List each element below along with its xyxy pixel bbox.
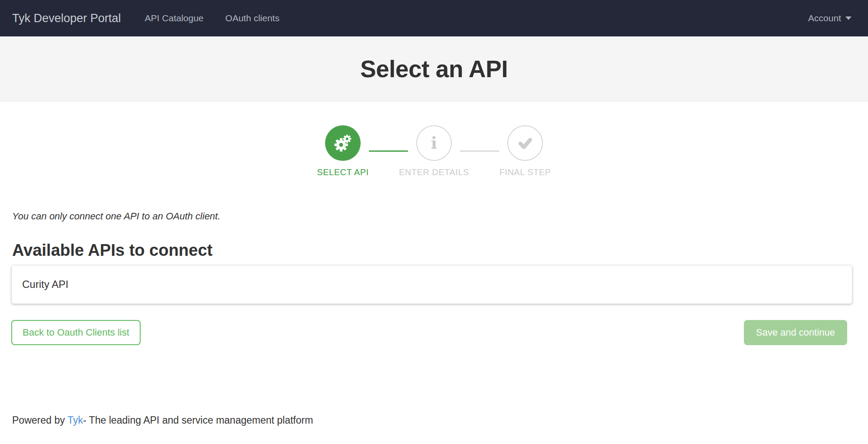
top-navbar: Tyk Developer Portal API Catalogue OAuth… bbox=[0, 0, 868, 36]
footer-prefix: Powered by bbox=[12, 415, 67, 426]
page-title: Select an API bbox=[360, 55, 508, 83]
step-select-api-label: SELECT API bbox=[317, 167, 368, 177]
step-final-step: FINAL STEP bbox=[507, 125, 543, 161]
step-enter-details-indicator: i bbox=[416, 125, 452, 161]
step-enter-details-label: ENTER DETAILS bbox=[399, 167, 469, 177]
step-select-api: SELECT API bbox=[325, 125, 361, 161]
connect-note: You can only connect one API to an OAuth… bbox=[12, 211, 868, 222]
step-enter-details: i ENTER DETAILS bbox=[416, 125, 452, 161]
step-final-step-label: FINAL STEP bbox=[500, 167, 551, 177]
page-header-banner: Select an API bbox=[0, 36, 868, 101]
save-and-continue-button[interactable]: Save and continue bbox=[744, 320, 847, 345]
back-to-oauth-clients-button[interactable]: Back to Oauth Clients list bbox=[11, 320, 141, 345]
info-icon: i bbox=[431, 135, 437, 151]
gears-icon bbox=[333, 133, 353, 153]
tyk-link[interactable]: Tyk bbox=[67, 415, 83, 426]
api-list-item-curity[interactable]: Curity API bbox=[11, 265, 852, 304]
step-select-api-indicator bbox=[325, 125, 361, 161]
main-content: You can only connect one API to an OAuth… bbox=[0, 211, 868, 345]
caret-down-icon bbox=[845, 16, 852, 20]
wizard-stepper: SELECT API i ENTER DETAILS FINAL STEP bbox=[0, 125, 868, 161]
nav-item-api-catalogue[interactable]: API Catalogue bbox=[145, 13, 204, 23]
available-apis-heading: Available APIs to connect bbox=[12, 241, 868, 259]
step-connector-todo bbox=[460, 150, 499, 152]
actions-row: Back to Oauth Clients list Save and cont… bbox=[11, 320, 847, 345]
step-connector-done bbox=[369, 150, 408, 152]
account-dropdown-label: Account bbox=[808, 13, 841, 23]
step-final-step-indicator bbox=[507, 125, 543, 161]
api-name: Curity API bbox=[22, 278, 69, 291]
check-icon bbox=[516, 134, 535, 153]
footer-suffix: - The leading API and service management… bbox=[83, 415, 313, 426]
brand-link[interactable]: Tyk Developer Portal bbox=[12, 12, 121, 25]
nav-item-oauth-clients[interactable]: OAuth clients bbox=[225, 13, 279, 23]
account-dropdown[interactable]: Account bbox=[808, 13, 852, 23]
footer: Powered by Tyk- The leading API and serv… bbox=[12, 415, 868, 426]
